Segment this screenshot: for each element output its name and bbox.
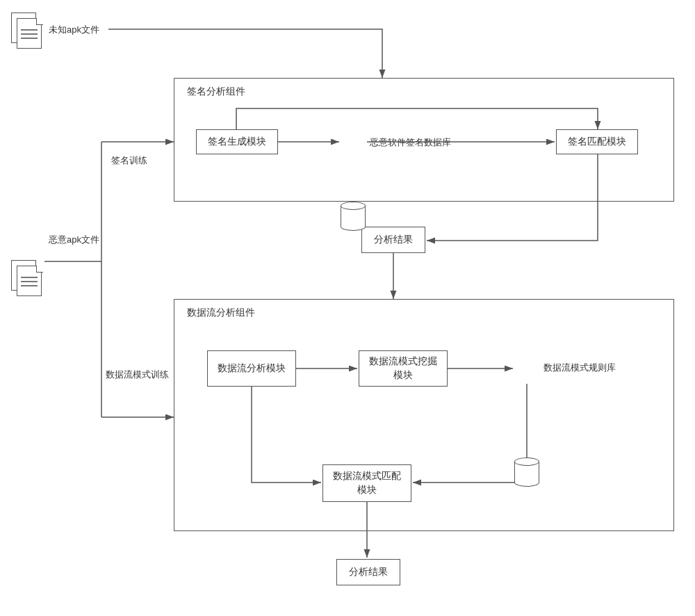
- db-icon-rulebase: [514, 457, 539, 487]
- db-icon-signature: [341, 202, 366, 231]
- text-signature-generator: 签名生成模块: [208, 135, 266, 149]
- text-dataflow-matcher: 数据流模式匹配模块: [329, 469, 405, 496]
- text-dataflow-miner: 数据流模式挖掘模块: [365, 355, 441, 382]
- title-signature-component: 签名分析组件: [187, 86, 245, 98]
- box-signature-matcher: 签名匹配模块: [556, 129, 638, 154]
- label-signature-db: 恶意软件签名数据库: [370, 136, 451, 149]
- label-signature-training: 签名训练: [111, 154, 147, 167]
- frame-dataflow-component: 数据流分析组件: [174, 299, 674, 531]
- text-dataflow-analyzer: 数据流分析模块: [218, 362, 286, 375]
- box-dataflow-matcher: 数据流模式匹配模块: [322, 464, 411, 502]
- text-result-2: 分析结果: [349, 565, 388, 579]
- label-dataflow-training: 数据流模式训练: [106, 368, 169, 381]
- title-dataflow-component: 数据流分析组件: [187, 307, 255, 319]
- box-dataflow-analyzer: 数据流分析模块: [207, 350, 296, 387]
- box-result-1: 分析结果: [361, 227, 425, 253]
- label-rulebase: 数据流模式规则库: [543, 362, 616, 374]
- doc-icon-malicious: [11, 260, 42, 298]
- label-malicious-apk: 恶意apk文件: [49, 234, 99, 246]
- text-result-1: 分析结果: [374, 233, 413, 247]
- box-dataflow-miner: 数据流模式挖掘模块: [359, 350, 448, 387]
- text-signature-matcher: 签名匹配模块: [568, 135, 626, 149]
- box-result-2: 分析结果: [336, 559, 400, 585]
- label-unknown-apk: 未知apk文件: [49, 24, 99, 36]
- box-signature-generator: 签名生成模块: [196, 129, 278, 154]
- doc-icon-unknown: [11, 13, 42, 50]
